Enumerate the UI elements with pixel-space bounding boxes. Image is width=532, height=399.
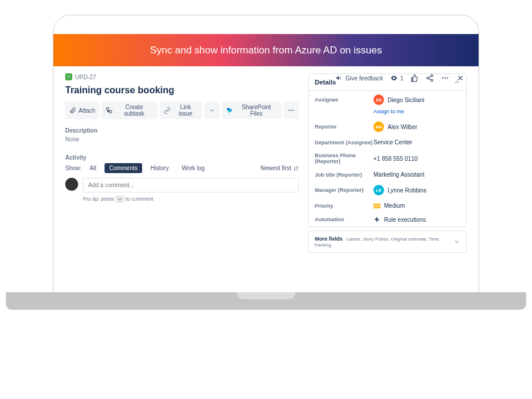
avatar: LR xyxy=(373,185,384,195)
issue-type-icon xyxy=(65,73,72,80)
chevron-down-icon xyxy=(453,238,460,245)
create-subtask-button[interactable]: Create subtask xyxy=(102,102,157,119)
toolbar-more-button[interactable] xyxy=(284,102,299,119)
sort-icon xyxy=(293,165,299,171)
tab-history[interactable]: History xyxy=(146,163,173,173)
comment-composer xyxy=(65,178,299,192)
chevron-down-icon xyxy=(208,107,216,114)
automation-field[interactable]: Automation Rule executions xyxy=(309,212,466,226)
subtask-icon xyxy=(106,107,113,114)
priority-medium-icon xyxy=(373,205,381,207)
assign-to-me-link[interactable]: Assign to me xyxy=(373,109,404,114)
dots-icon xyxy=(441,74,449,82)
avatar: AW xyxy=(373,121,384,132)
thumbs-up-icon xyxy=(410,74,419,82)
top-action-bar: Give feedback 1 xyxy=(335,74,465,82)
priority-field[interactable]: Priority Medium xyxy=(309,199,466,212)
issue-main: UPD-27 Training course booking Attach Cr… xyxy=(65,73,299,253)
activity-label: Activity xyxy=(65,154,299,161)
details-panel: Details Assignee DS Diego Siciliani Assi… xyxy=(308,73,467,227)
sharepoint-icon xyxy=(226,107,233,114)
laptop-notch xyxy=(237,292,295,299)
user-avatar xyxy=(65,178,78,191)
more-fields-panel[interactable]: More fields Labels, Story Points, Origin… xyxy=(308,231,467,253)
description-value[interactable]: None xyxy=(65,136,299,143)
more-actions-button[interactable] xyxy=(441,74,449,82)
jobtitle-field: Job title (Reporter) Marketing Assistant xyxy=(309,168,466,181)
key-hint: M xyxy=(116,196,124,202)
link-icon xyxy=(164,107,171,114)
attach-button[interactable]: Attach xyxy=(65,102,99,119)
assignee-field[interactable]: Assignee DS Diego Siciliani xyxy=(309,91,466,109)
svg-point-9 xyxy=(291,110,292,111)
tab-all[interactable]: All xyxy=(85,163,101,173)
svg-point-7 xyxy=(228,110,230,113)
eye-icon xyxy=(390,74,398,82)
manager-field: Manager (Reporter) LR Lynne Robbins xyxy=(309,181,466,199)
share-icon xyxy=(426,74,434,82)
laptop-frame: Sync and show information from Azure AD … xyxy=(53,15,479,293)
svg-point-10 xyxy=(293,110,294,111)
close-button[interactable] xyxy=(456,74,464,82)
link-issue-dropdown[interactable] xyxy=(204,102,220,119)
close-icon xyxy=(456,74,464,82)
svg-point-1 xyxy=(445,77,446,79)
issue-toolbar: Attach Create subtask Link issue SharePo… xyxy=(65,102,299,119)
issue-title: Training course booking xyxy=(65,85,299,96)
banner: Sync and show information from Azure AD … xyxy=(53,34,479,66)
reporter-field[interactable]: Reporter AW Alex Wilber xyxy=(309,118,466,136)
like-button[interactable] xyxy=(410,74,419,82)
lightning-icon xyxy=(373,216,381,223)
tab-comments[interactable]: Comments xyxy=(105,163,142,173)
svg-point-2 xyxy=(447,77,448,79)
tab-worklog[interactable]: Work log xyxy=(177,163,209,173)
give-feedback-button[interactable]: Give feedback xyxy=(335,74,383,82)
paperclip-icon xyxy=(69,107,76,114)
watch-button[interactable]: 1 xyxy=(390,74,403,82)
breadcrumb[interactable]: UPD-27 xyxy=(65,73,299,80)
banner-title: Sync and show information from Azure AD … xyxy=(150,45,382,56)
activity-tabs: Show: All Comments History Work log Newe… xyxy=(65,163,299,173)
svg-point-0 xyxy=(442,77,443,79)
issue-sidebar: Details Assignee DS Diego Siciliani Assi… xyxy=(308,73,467,253)
dots-icon xyxy=(288,107,295,114)
issue-key: UPD-27 xyxy=(75,74,96,80)
sharepoint-files-button[interactable]: SharePoint Files xyxy=(222,102,281,119)
avatar: DS xyxy=(373,94,384,105)
department-field: Department (Assignee) Service Center xyxy=(309,136,466,149)
svg-rect-3 xyxy=(107,108,109,110)
megaphone-icon xyxy=(335,74,344,82)
svg-point-8 xyxy=(289,110,290,111)
sort-newest-button[interactable]: Newest first xyxy=(261,165,299,171)
show-label: Show: xyxy=(65,165,82,171)
svg-rect-4 xyxy=(110,110,112,113)
comment-input[interactable] xyxy=(83,178,299,192)
pro-tip: Pro tip: press M to comment xyxy=(83,196,299,202)
link-issue-button[interactable]: Link issue xyxy=(160,102,203,119)
phone-field: Business Phone (Reporter) +1 858 555 011… xyxy=(309,149,466,168)
share-button[interactable] xyxy=(426,74,434,82)
description-label: Description xyxy=(65,127,299,134)
